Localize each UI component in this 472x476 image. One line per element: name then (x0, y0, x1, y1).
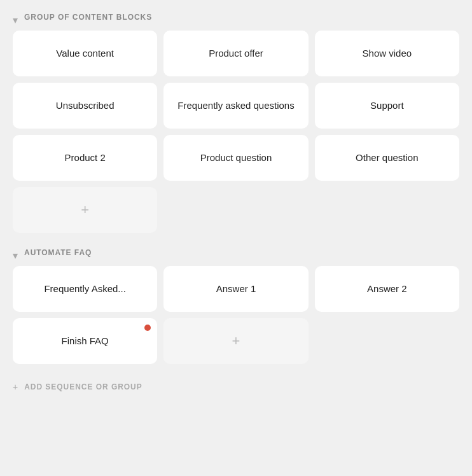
add-block-button-group[interactable]: + (13, 187, 157, 233)
group-content-blocks-header: ▾ GROUP OF CONTENT BLOCKS (13, 13, 459, 22)
block-finish-faq[interactable]: Finish FAQ (13, 318, 157, 364)
add-sequence-label: ADD SEQUENCE OR GROUP (24, 382, 142, 391)
add-block-button-faq[interactable]: + (163, 318, 308, 364)
block-other-question[interactable]: Other question (315, 135, 459, 181)
notification-dot (144, 325, 151, 331)
block-product-offer[interactable]: Product offer (163, 31, 308, 76)
plus-icon-2: + (232, 333, 240, 349)
group-content-blocks-title: GROUP OF CONTENT BLOCKS (24, 13, 152, 22)
block-unsubscribed[interactable]: Unsubscribed (13, 83, 157, 129)
add-sequence-plus-icon: + (13, 382, 18, 392)
block-answer-2[interactable]: Answer 2 (315, 266, 459, 312)
automate-faq-section: ▾ AUTOMATE FAQ Frequently Asked... Answe… (13, 248, 459, 364)
block-product-question[interactable]: Product question (163, 135, 308, 181)
block-answer-1[interactable]: Answer 1 (163, 266, 308, 312)
block-frequently-asked[interactable]: Frequently Asked... (13, 266, 157, 312)
group-content-blocks-section: ▾ GROUP OF CONTENT BLOCKS Value content … (13, 13, 459, 233)
block-frequently-asked-questions[interactable]: Frequently asked questions (163, 83, 308, 129)
block-product-2[interactable]: Product 2 (13, 135, 157, 181)
block-support[interactable]: Support (315, 83, 459, 129)
chevron-down-icon-2: ▾ (13, 249, 19, 256)
plus-icon: + (81, 202, 89, 218)
automate-faq-grid: Frequently Asked... Answer 1 Answer 2 Fi… (13, 266, 459, 364)
automate-faq-header: ▾ AUTOMATE FAQ (13, 248, 459, 257)
add-sequence-row[interactable]: + ADD SEQUENCE OR GROUP (13, 379, 459, 395)
automate-faq-title: AUTOMATE FAQ (24, 248, 92, 257)
block-value-content[interactable]: Value content (13, 31, 157, 76)
chevron-down-icon: ▾ (13, 14, 19, 20)
block-show-video[interactable]: Show video (315, 31, 459, 76)
group-content-blocks-grid: Value content Product offer Show video U… (13, 31, 459, 233)
